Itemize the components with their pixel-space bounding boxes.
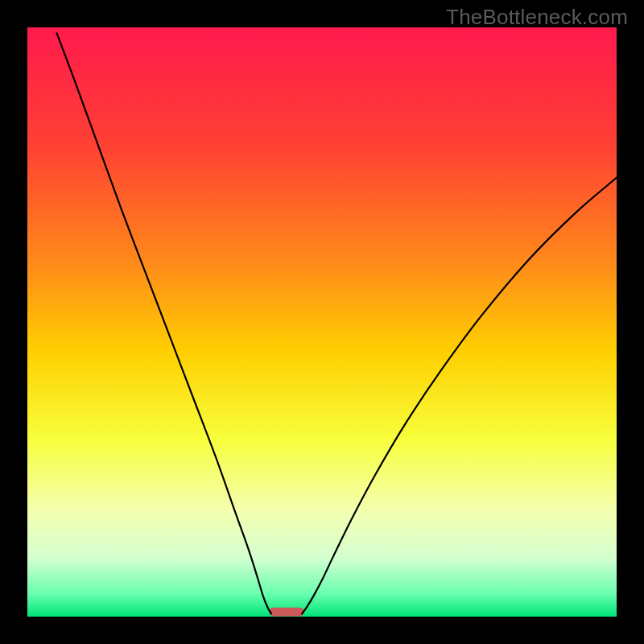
chart-svg bbox=[27, 27, 617, 617]
chart-frame: TheBottleneck.com bbox=[0, 0, 644, 644]
watermark-text: TheBottleneck.com bbox=[446, 5, 628, 30]
plot-area bbox=[27, 27, 617, 617]
gradient-background bbox=[27, 27, 617, 617]
floor-marker bbox=[269, 608, 304, 617]
